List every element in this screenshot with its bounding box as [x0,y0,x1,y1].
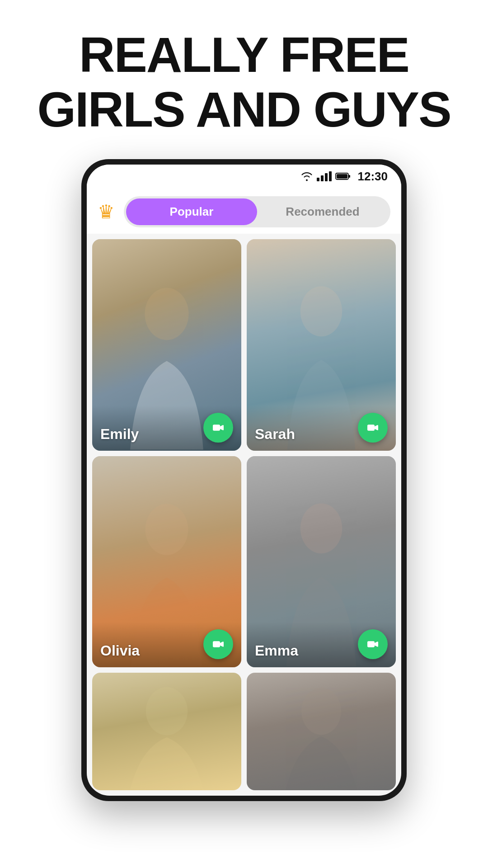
profile-card-olivia[interactable]: Olivia [92,456,241,668]
app-header: ♛ Popular Recomended [87,188,401,234]
video-camera-icon [211,637,225,651]
profile-card-sarah[interactable]: Sarah [247,239,396,451]
headline-line2: GIRLS AND GUYS [37,82,450,137]
emma-name: Emma [255,642,298,659]
profile-card-emily[interactable]: Emily [92,239,241,451]
emily-name: Emily [100,426,139,443]
status-bar: 12:30 [87,165,401,188]
video-camera-icon [366,637,380,651]
olivia-video-button[interactable] [203,629,233,659]
video-camera-icon [211,420,225,435]
svg-point-5 [300,286,342,336]
video-camera-icon [366,420,380,435]
sarah-name: Sarah [255,426,295,443]
emily-video-button[interactable] [203,413,233,443]
partial-row [87,673,401,796]
signal-icon [317,171,332,181]
svg-point-7 [145,504,188,555]
phone-screen: 12:30 ♛ Popular Recomended [87,165,401,796]
battery-icon [335,172,351,180]
profiles-grid: Emily [87,234,401,673]
headline-line1: REALLY FREE [37,27,450,82]
svg-rect-2 [337,174,347,179]
partial-card-1[interactable] [92,673,241,790]
svg-rect-8 [213,641,220,647]
svg-rect-6 [367,425,375,430]
olivia-card-bottom: Olivia [92,622,241,667]
emma-card-bottom: Emma [247,622,396,667]
partial-card-2[interactable] [247,673,396,790]
headline: REALLY FREE GIRLS AND GUYS [37,27,450,137]
sarah-card-bottom: Sarah [247,406,396,451]
emily-card-bottom: Emily [92,406,241,451]
wifi-icon [300,171,313,181]
olivia-name: Olivia [100,642,140,659]
emma-video-button[interactable] [358,629,388,659]
svg-rect-1 [348,175,350,178]
svg-point-3 [145,288,188,340]
tab-recommended[interactable]: Recomended [257,198,388,225]
crown-icon: ♛ [98,201,115,223]
svg-rect-10 [367,641,375,647]
page-container: REALLY FREE GIRLS AND GUYS [0,0,488,868]
svg-rect-4 [213,425,220,430]
sarah-video-button[interactable] [358,413,388,443]
svg-point-11 [146,687,188,735]
svg-point-9 [300,503,342,553]
tab-pills: Popular Recomended [124,196,390,227]
phone-mockup: 12:30 ♛ Popular Recomended [81,159,407,801]
status-icons [300,171,351,181]
svg-point-12 [301,688,341,735]
tab-popular[interactable]: Popular [126,198,257,225]
profile-card-emma[interactable]: Emma [247,456,396,668]
status-time: 12:30 [358,170,388,184]
